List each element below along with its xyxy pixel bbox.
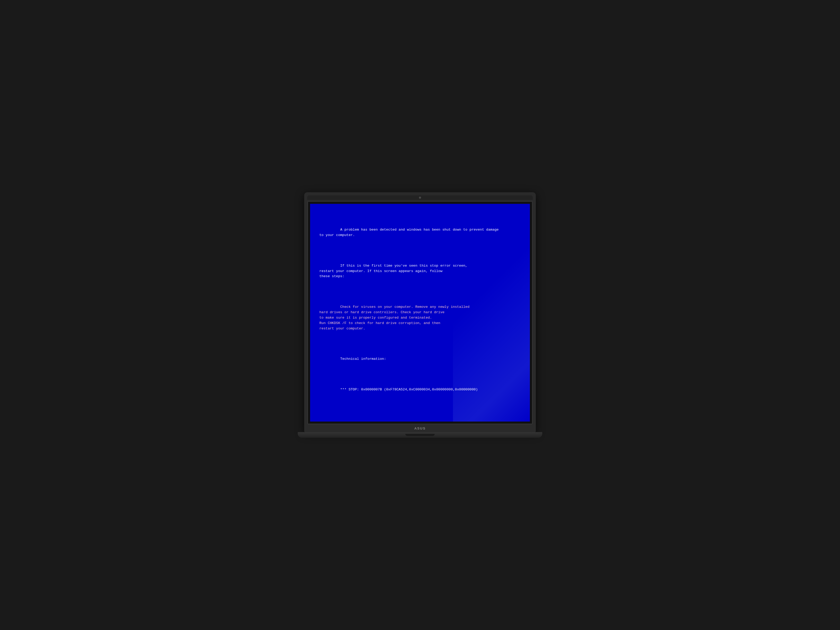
bsod-line6: Check for viruses on your computer. Remo… [340, 305, 469, 309]
bsod-line11: Technical information: [340, 357, 386, 361]
bsod-line1: A problem has been detected and windows … [340, 228, 499, 232]
screen-bezel: A problem has been detected and windows … [307, 201, 533, 424]
bsod-text: A problem has been detected and windows … [319, 211, 521, 412]
bsod-line4: restart your computer. If this screen ap… [319, 269, 442, 273]
bsod-stop-code: *** STOP: 0x0000007B (0xF78CA524,0xC0000… [319, 382, 521, 398]
bsod-first-time: If this is the first time you've seen th… [319, 258, 521, 285]
laptop-base [298, 432, 542, 438]
webcam [419, 197, 421, 199]
bsod-line2: to your computer. [319, 233, 355, 237]
bsod-line3: If this is the first time you've seen th… [340, 264, 467, 268]
laptop-top-bar [307, 195, 533, 200]
brand-logo: ASUS [414, 426, 426, 430]
bsod-line9: Run CHKDSK /F to check for hard drive co… [319, 321, 441, 325]
laptop-outer: A problem has been detected and windows … [304, 192, 536, 432]
bsod-line5: these steps: [319, 274, 344, 278]
bsod-intro: A problem has been detected and windows … [319, 222, 521, 243]
bsod-line7: hard drives or hard drive controllers. C… [319, 310, 444, 314]
bsod-line10: restart your computer. [319, 327, 365, 330]
bsod-line8: to make sure it is properly configured a… [319, 316, 432, 320]
bsod-line12: *** STOP: 0x0000007B (0xF78CA524,0xC0000… [340, 388, 478, 392]
bsod-technical-label: Technical information: [319, 351, 521, 367]
bsod-screen: A problem has been detected and windows … [310, 204, 530, 421]
laptop-bottom-bar: ASUS [307, 425, 533, 432]
bsod-instructions: Check for viruses on your computer. Remo… [319, 299, 521, 336]
laptop-hinge [405, 434, 435, 436]
